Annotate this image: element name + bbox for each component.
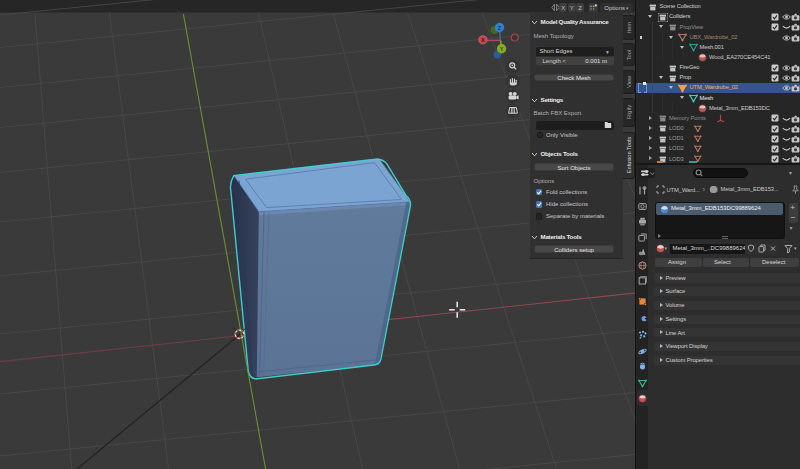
svg-text:Z: Z (498, 25, 501, 31)
